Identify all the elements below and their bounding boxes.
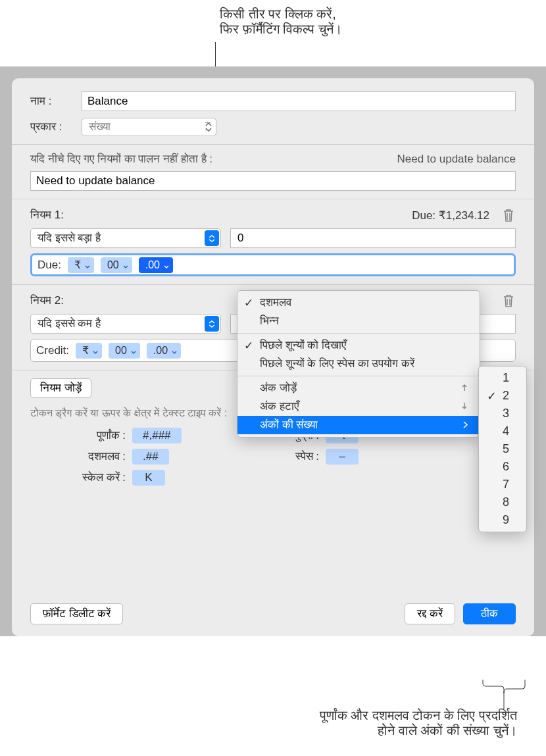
menu-separator [237, 333, 480, 334]
space-grid-token[interactable]: – [326, 449, 359, 465]
submenu-item-8[interactable]: 8 [479, 493, 526, 511]
chevron-down-icon [131, 345, 136, 357]
callout-bottom: पूर्णांक और दशमलव टोकन के लिए प्रदर्शित … [195, 708, 517, 738]
rule1-condition-select[interactable]: यदि इससे बड़ा है [30, 228, 221, 248]
callout-top-line2: फिर फ़ॉर्मैटिंग विकल्प चुनें। [220, 22, 342, 37]
stepper-icon [205, 230, 219, 246]
menu-item-show-zeros[interactable]: पिछले शून्यों को दिखाएँ [237, 336, 480, 355]
submenu-item-9[interactable]: 9 [479, 511, 526, 529]
callout-top: किसी तीर पर क्लिक करें, फिर फ़ॉर्मैटिंग … [220, 7, 342, 37]
rule2-condition-value: यदि इससे कम है [37, 317, 101, 330]
callout-bottom-line2: होने वाले अंकों की संख्या चुनें। [195, 723, 517, 738]
rule2-prefix: Credit: [36, 344, 69, 357]
chevron-down-icon [172, 345, 177, 357]
space-label: स्पेस : [273, 450, 326, 463]
add-rule-button[interactable]: नियम जोड़ें [30, 378, 91, 398]
stepper-icon [205, 316, 219, 332]
integer-label: पूर्णांक : [30, 429, 132, 442]
submenu-item-1[interactable]: 1 [479, 369, 526, 387]
submenu-item-7[interactable]: 7 [479, 476, 526, 493]
chevron-down-icon [85, 259, 90, 271]
delete-format-button[interactable]: फ़ॉर्मेट डिलीट करें [30, 603, 123, 624]
chevron-down-icon [164, 259, 169, 271]
rule1-condition-value: यदि इससे बड़ा है [37, 232, 101, 245]
type-label: प्रकार : [30, 120, 82, 134]
default-text-input[interactable] [30, 171, 516, 191]
trash-icon[interactable] [501, 293, 516, 309]
scale-label: स्केल करें : [30, 471, 132, 484]
rule1-prefix: Due: [37, 259, 61, 272]
rule1-label: नियम 1: [30, 209, 64, 222]
digit-count-submenu: 1 2 3 4 5 6 7 8 9 [478, 366, 527, 532]
type-select-value: संख्या [89, 120, 111, 134]
divider [12, 144, 534, 145]
chevron-down-icon [93, 345, 98, 357]
menu-item-decimal[interactable]: दशमलव [237, 293, 480, 312]
rule2-condition-select[interactable]: यदि इससे कम है [30, 314, 221, 334]
cancel-button[interactable]: रद्द करें [405, 603, 455, 624]
menu-item-space-zeros[interactable]: पिछले शून्यों के लिए स्पेस का उपयोग करें [237, 355, 480, 373]
submenu-item-6[interactable]: 6 [479, 458, 526, 476]
callout-bottom-line1: पूर्णांक और दशमलव टोकन के लिए प्रदर्शित [195, 708, 517, 723]
arrow-up-icon [461, 382, 468, 395]
menu-item-digit-count[interactable]: अंकों की संख्या [237, 416, 480, 434]
format-dialog: नाम : प्रकार : संख्या यदि नीचे दिए गए नि… [12, 78, 534, 636]
currency-token[interactable]: ₹ [68, 257, 94, 273]
integer-token[interactable]: 00 [109, 343, 140, 359]
divider [12, 199, 534, 199]
decimal-label: दशमलव : [30, 450, 132, 463]
callout-top-line1: किसी तीर पर क्लिक करें, [220, 7, 342, 22]
chevron-down-icon [123, 259, 128, 271]
menu-separator [237, 376, 480, 376]
window-frame: नाम : प्रकार : संख्या यदि नीचे दिए गए नि… [0, 66, 546, 636]
decimal-token[interactable]: .00 [147, 343, 181, 359]
chevron-updown-icon [205, 122, 212, 132]
submenu-item-3[interactable]: 3 [479, 405, 526, 422]
integer-token[interactable]: 00 [101, 257, 132, 273]
decimal-grid-token[interactable]: .## [132, 449, 169, 465]
rule1-token-row[interactable]: Due: ₹ 00 .00 [30, 253, 516, 276]
no-rule-label: यदि नीचे दिए गए नियमों का पालन नहीं होता… [30, 153, 212, 166]
integer-grid-token[interactable]: #,### [132, 428, 182, 443]
menu-item-fraction[interactable]: भिन्न [237, 312, 480, 330]
submenu-item-5[interactable]: 5 [479, 440, 526, 458]
chevron-right-icon [463, 418, 468, 432]
trash-icon[interactable] [501, 207, 516, 223]
type-select[interactable]: संख्या [82, 118, 216, 136]
currency-token[interactable]: ₹ [76, 343, 102, 359]
decimal-token[interactable]: .00 [139, 257, 173, 273]
ok-button[interactable]: ठीक [463, 603, 516, 624]
submenu-item-2[interactable]: 2 [479, 387, 526, 405]
menu-item-add-digit[interactable]: अंक जोड़ें [237, 379, 480, 397]
no-rule-preview: Need to update balance [397, 153, 516, 166]
scale-grid-token[interactable]: K [132, 470, 165, 486]
bracket-icon [482, 679, 526, 711]
rule2-label: नियम 2: [30, 294, 64, 307]
name-input[interactable] [82, 91, 516, 111]
rule1-value-input[interactable] [230, 228, 516, 248]
name-label: नाम : [30, 95, 82, 108]
divider [12, 284, 534, 285]
arrow-down-icon [461, 400, 468, 413]
menu-item-remove-digit[interactable]: अंक हटाएँ [237, 397, 480, 416]
rule1-preview: Due: ₹1,234.12 [412, 209, 489, 222]
decimal-token-menu: दशमलव भिन्न पिछले शून्यों को दिखाएँ पिछल… [237, 290, 480, 438]
submenu-item-4[interactable]: 4 [479, 422, 526, 440]
